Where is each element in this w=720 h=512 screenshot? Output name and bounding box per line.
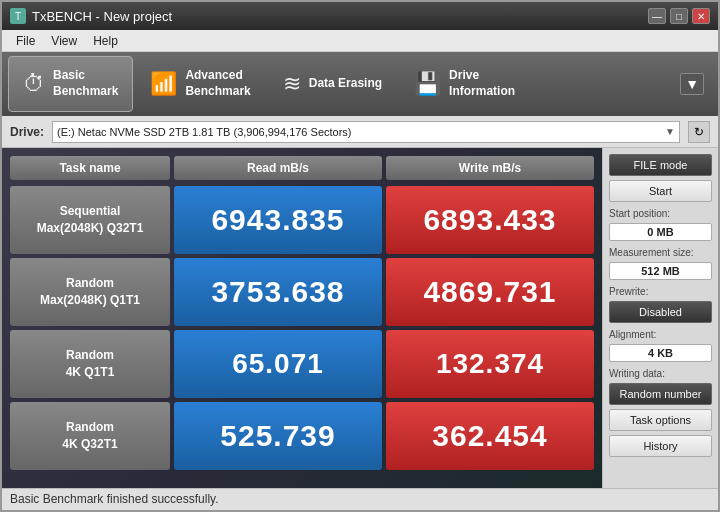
row-1-read: 3753.638 [174, 258, 382, 326]
advanced-benchmark-icon: 📶 [150, 71, 177, 97]
col-header-read: Read mB/s [174, 156, 382, 180]
start-position-value: 0 MB [609, 223, 712, 241]
measurement-size-value: 512 MB [609, 262, 712, 280]
prewrite-value[interactable]: Disabled [609, 301, 712, 323]
basic-benchmark-icon: ⏱ [23, 71, 45, 97]
right-panel: FILE mode Start Start position: 0 MB Mea… [602, 148, 718, 488]
dropdown-arrow-icon: ▼ [680, 73, 704, 95]
row-3-read: 525.739 [174, 402, 382, 470]
table-row: Random Max(2048K) Q1T1 3753.638 4869.731 [10, 258, 594, 326]
toolbar-advanced-benchmark[interactable]: 📶 AdvancedBenchmark [135, 56, 265, 112]
title-bar-left: T TxBENCH - New project [10, 8, 172, 24]
col-header-task: Task name [10, 156, 170, 180]
toolbar: ⏱ BasicBenchmark 📶 AdvancedBenchmark ≋ D… [2, 52, 718, 116]
menu-file[interactable]: File [8, 32, 43, 50]
row-1-write: 4869.731 [386, 258, 594, 326]
alignment-label: Alignment: [609, 329, 712, 340]
menu-bar: File View Help [2, 30, 718, 52]
start-position-label: Start position: [609, 208, 712, 219]
row-label-1: Random Max(2048K) Q1T1 [10, 258, 170, 326]
title-bar-controls: — □ ✕ [648, 8, 710, 24]
history-button[interactable]: History [609, 435, 712, 457]
toolbar-basic-benchmark[interactable]: ⏱ BasicBenchmark [8, 56, 133, 112]
writing-data-label: Writing data: [609, 368, 712, 379]
alignment-value: 4 KB [609, 344, 712, 362]
status-bar: Basic Benchmark finished successfully. [2, 488, 718, 510]
row-label-0: Sequential Max(2048K) Q32T1 [10, 186, 170, 254]
drive-information-icon: 💾 [414, 71, 441, 97]
main-window: T TxBENCH - New project — □ ✕ File View … [0, 0, 720, 512]
benchmark-area: Task name Read mB/s Write mB/s Sequentia… [2, 148, 602, 488]
window-title: TxBENCH - New project [32, 9, 172, 24]
task-options-button[interactable]: Task options [609, 409, 712, 431]
table-row: Sequential Max(2048K) Q32T1 6943.835 689… [10, 186, 594, 254]
table-row: Random 4K Q1T1 65.071 132.374 [10, 330, 594, 398]
bench-table-header: Task name Read mB/s Write mB/s [10, 156, 594, 180]
menu-help[interactable]: Help [85, 32, 126, 50]
close-button[interactable]: ✕ [692, 8, 710, 24]
title-bar: T TxBENCH - New project — □ ✕ [2, 2, 718, 30]
row-label-2: Random 4K Q1T1 [10, 330, 170, 398]
toolbar-dropdown[interactable]: ▼ [672, 56, 712, 112]
file-mode-button[interactable]: FILE mode [609, 154, 712, 176]
data-erasing-icon: ≋ [283, 71, 301, 97]
drive-information-label: DriveInformation [449, 68, 515, 99]
drive-bar: Drive: (E:) Netac NVMe SSD 2TB 1.81 TB (… [2, 116, 718, 148]
writing-data-value[interactable]: Random number [609, 383, 712, 405]
row-0-read: 6943.835 [174, 186, 382, 254]
row-label-3: Random 4K Q32T1 [10, 402, 170, 470]
refresh-icon: ↻ [694, 125, 704, 139]
row-2-write: 132.374 [386, 330, 594, 398]
drive-refresh-button[interactable]: ↻ [688, 121, 710, 143]
app-icon: T [10, 8, 26, 24]
toolbar-data-erasing[interactable]: ≋ Data Erasing [268, 56, 397, 112]
advanced-benchmark-label: AdvancedBenchmark [185, 68, 250, 99]
content-area: Task name Read mB/s Write mB/s Sequentia… [2, 148, 718, 488]
drive-label: Drive: [10, 125, 44, 139]
maximize-button[interactable]: □ [670, 8, 688, 24]
row-2-read: 65.071 [174, 330, 382, 398]
col-header-write: Write mB/s [386, 156, 594, 180]
status-message: Basic Benchmark finished successfully. [10, 492, 219, 506]
basic-benchmark-label: BasicBenchmark [53, 68, 118, 99]
menu-view[interactable]: View [43, 32, 85, 50]
data-erasing-label: Data Erasing [309, 76, 382, 92]
drive-select-arrow-icon: ▼ [665, 126, 675, 137]
drive-select[interactable]: (E:) Netac NVMe SSD 2TB 1.81 TB (3,906,9… [52, 121, 680, 143]
drive-select-text: (E:) Netac NVMe SSD 2TB 1.81 TB (3,906,9… [57, 126, 352, 138]
table-row: Random 4K Q32T1 525.739 362.454 [10, 402, 594, 470]
toolbar-drive-information[interactable]: 💾 DriveInformation [399, 56, 530, 112]
row-3-write: 362.454 [386, 402, 594, 470]
prewrite-label: Prewrite: [609, 286, 712, 297]
row-0-write: 6893.433 [386, 186, 594, 254]
start-button[interactable]: Start [609, 180, 712, 202]
minimize-button[interactable]: — [648, 8, 666, 24]
measurement-size-label: Measurement size: [609, 247, 712, 258]
